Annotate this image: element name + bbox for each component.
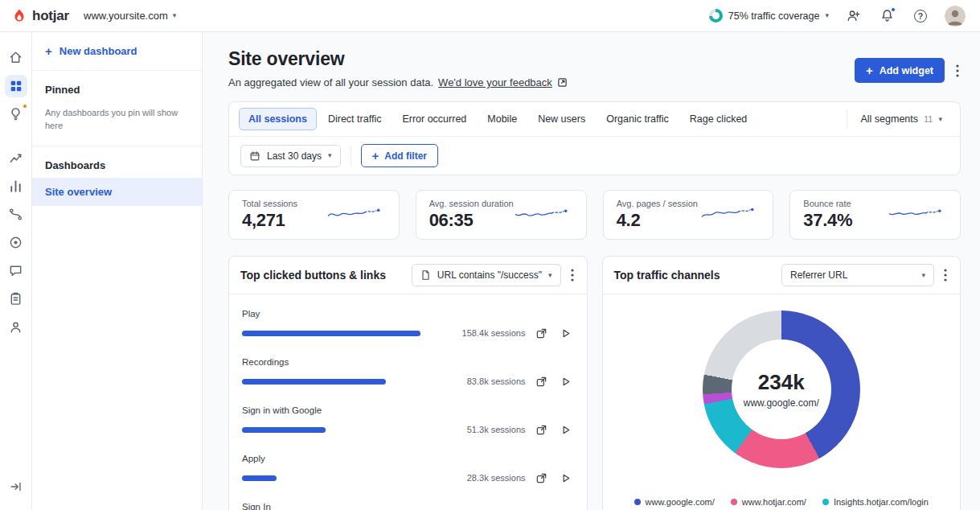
play-recordings-button[interactable] xyxy=(558,373,574,389)
rail-interviews[interactable] xyxy=(5,316,27,339)
clicked-item-row: Recordings 83.8k sessions xyxy=(242,357,574,389)
help-button[interactable]: ? xyxy=(911,6,930,26)
traffic-coverage-selector[interactable]: 75% traffic coverage ▾ xyxy=(709,9,829,23)
open-in-new-icon xyxy=(535,424,547,436)
clicked-item-row: Apply 28.3k sessions xyxy=(242,454,574,486)
page-subtitle: An aggregated view of all your session d… xyxy=(228,76,568,88)
segments-label: All segments xyxy=(860,113,918,125)
date-range-selector[interactable]: Last 30 days ▾ xyxy=(240,145,341,167)
feedback-link[interactable]: We'd love your feedback xyxy=(438,76,552,88)
coverage-gauge-icon xyxy=(709,9,723,23)
question-mark-icon: ? xyxy=(914,10,927,23)
widget-menu-button[interactable] xyxy=(569,267,576,283)
legend-label: www.google.com/ xyxy=(646,497,715,507)
rail-insights[interactable] xyxy=(5,103,27,125)
survey-clipboard-icon xyxy=(8,291,23,306)
play-recordings-button[interactable] xyxy=(558,470,574,486)
rail-funnels[interactable] xyxy=(5,175,27,198)
sessions-count: 158.4k sessions xyxy=(453,328,526,338)
top-bar: hotjar www.yoursite.com ▾ 75% traffic co… xyxy=(0,0,980,32)
clicked-item-row: Sign in with Google 51.3k sessions xyxy=(242,405,574,438)
traffic-channels-widget: Top traffic channels Referrer URL ▾ xyxy=(602,256,962,510)
open-in-new-button[interactable] xyxy=(534,422,550,438)
stat-total-sessions[interactable]: Total sessions 4,271 xyxy=(228,190,400,240)
avatar[interactable] xyxy=(945,6,966,27)
dashboard-sidebar: + New dashboard Pinned Any dashboards yo… xyxy=(32,32,203,510)
pinned-empty-text: Any dashboards you pin will show here xyxy=(45,107,189,133)
tab-all-sessions[interactable]: All sessions xyxy=(239,108,317,130)
sidebar-item-site-overview[interactable]: Site overview xyxy=(32,178,202,206)
date-range-label: Last 30 days xyxy=(267,150,322,162)
rail-journeys[interactable] xyxy=(5,204,27,226)
open-in-new-button[interactable] xyxy=(534,373,550,389)
plus-icon: + xyxy=(372,150,379,162)
play-recordings-button[interactable] xyxy=(558,422,574,438)
rail-feedback[interactable] xyxy=(5,260,27,282)
new-dashboard-button[interactable]: + New dashboard xyxy=(45,45,189,57)
widget-menu-button[interactable] xyxy=(942,267,949,283)
sessions-count: 83.8k sessions xyxy=(453,376,526,386)
stat-bounce-rate[interactable]: Bounce rate 37.4% xyxy=(789,190,961,240)
clicked-item-label: Apply xyxy=(242,454,574,463)
chevron-down-icon: ▾ xyxy=(921,272,925,279)
stat-avg-pages-per-session[interactable]: Avg. pages / session 4.2 xyxy=(603,190,774,240)
rail-surveys[interactable] xyxy=(5,288,27,311)
chevron-down-icon: ▾ xyxy=(938,116,942,123)
tab-error-occurred[interactable]: Error occurred xyxy=(392,108,476,130)
chevron-down-icon: ▾ xyxy=(173,12,177,19)
stat-cards: Total sessions 4,271 Avg. session durati… xyxy=(228,190,961,240)
stat-avg-session-duration[interactable]: Avg. session duration 06:35 xyxy=(416,190,587,240)
add-filter-label: Add filter xyxy=(384,150,427,162)
legend-item[interactable]: Insights.hotjar.com/login xyxy=(822,497,929,507)
tab-new-users[interactable]: New users xyxy=(528,108,595,130)
invite-user-button[interactable] xyxy=(843,6,863,26)
clicked-item-row: Play 158.4k sessions xyxy=(242,309,574,341)
stat-value: 4.2 xyxy=(617,210,698,231)
open-in-new-button[interactable] xyxy=(534,325,550,341)
sparkline xyxy=(326,203,386,227)
tab-organic-traffic[interactable]: Organic traffic xyxy=(597,108,679,130)
main-content: Site overview An aggregated view of all … xyxy=(203,32,980,510)
rail-heatmaps[interactable] xyxy=(5,232,27,254)
rail-trends[interactable] xyxy=(5,147,27,170)
play-recordings-button[interactable] xyxy=(558,325,574,341)
tab-mobile[interactable]: Mobile xyxy=(478,108,527,130)
donut-center: 234k www.google.com/ xyxy=(732,339,831,439)
widget-title: Top clicked buttons & links xyxy=(240,269,386,282)
legend-item[interactable]: www.hotjar.com/ xyxy=(731,497,806,507)
referrer-url-dropdown[interactable]: Referrer URL ▾ xyxy=(781,264,934,286)
notification-badge xyxy=(891,7,896,12)
open-in-new-icon xyxy=(535,327,547,339)
legend-dot xyxy=(634,499,641,505)
open-in-new-button[interactable] xyxy=(534,470,550,486)
page-menu-button[interactable] xyxy=(954,63,961,79)
url-filter-dropdown[interactable]: URL contains "/success" ▾ xyxy=(412,264,561,286)
rail-home[interactable] xyxy=(5,47,27,69)
tab-direct-traffic[interactable]: Direct traffic xyxy=(318,108,391,130)
heatmap-target-icon xyxy=(8,235,23,250)
icon-rail xyxy=(0,32,32,510)
notifications-button[interactable] xyxy=(877,6,896,26)
clicked-item-label: Sign in with Google xyxy=(242,405,574,415)
traffic-donut[interactable]: 234k www.google.com/ xyxy=(703,311,860,468)
all-segments-selector[interactable]: All segments 11 ▾ xyxy=(847,109,950,129)
tab-rage-clicked[interactable]: Rage clicked xyxy=(680,108,757,130)
hotjar-logo[interactable]: hotjar xyxy=(11,8,69,24)
add-widget-button[interactable]: + Add widget xyxy=(855,58,945,83)
kebab-menu-icon xyxy=(956,64,959,77)
add-widget-label: Add widget xyxy=(880,65,933,76)
sparkline xyxy=(700,203,760,227)
pinned-heading: Pinned xyxy=(45,84,189,96)
add-filter-button[interactable]: + Add filter xyxy=(361,144,438,167)
journeys-route-icon xyxy=(8,207,23,222)
site-selector[interactable]: www.yoursite.com ▾ xyxy=(84,10,176,22)
donut-total: 234k xyxy=(758,370,805,395)
rail-dashboards[interactable] xyxy=(5,75,27,97)
dashboards-grid-icon xyxy=(9,79,23,93)
clicked-item-label: Play xyxy=(242,309,574,319)
rail-collapse[interactable] xyxy=(5,475,27,498)
play-icon xyxy=(560,327,572,339)
legend-item[interactable]: www.google.com/ xyxy=(634,497,715,507)
home-icon xyxy=(8,50,23,65)
referrer-dropdown-value: Referrer URL xyxy=(790,269,847,281)
